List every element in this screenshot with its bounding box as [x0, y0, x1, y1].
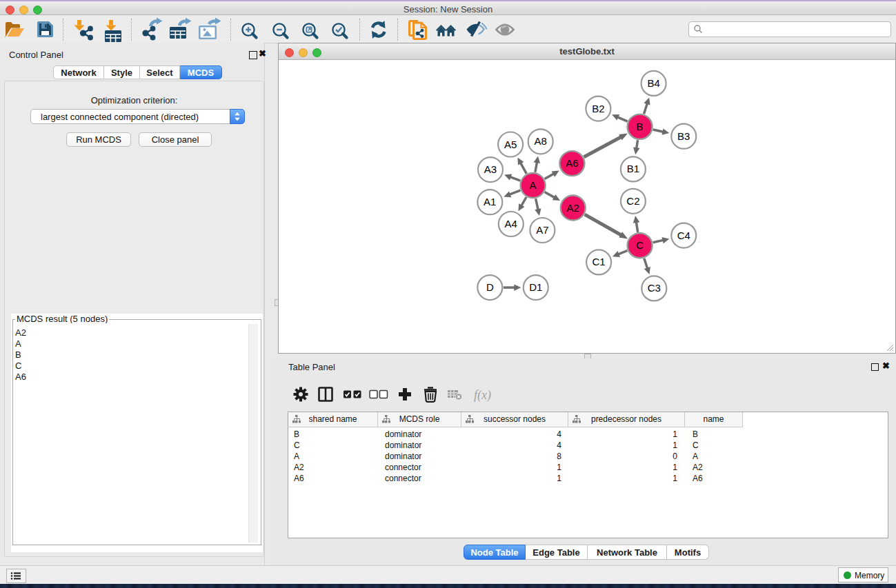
- svg-text:B3: B3: [677, 130, 690, 142]
- svg-text:B: B: [637, 121, 644, 132]
- svg-text:C1: C1: [593, 256, 606, 267]
- svg-text:A3: A3: [484, 163, 497, 175]
- svg-text:C3: C3: [648, 282, 661, 294]
- svg-text:D: D: [486, 281, 494, 293]
- svg-text:f(x): f(x): [474, 388, 491, 403]
- svg-text:A6: A6: [566, 157, 578, 169]
- svg-text:A1: A1: [484, 196, 496, 207]
- svg-text:A4: A4: [505, 218, 517, 230]
- svg-text:C4: C4: [677, 230, 690, 241]
- svg-text:B4: B4: [647, 77, 659, 89]
- svg-text:C: C: [636, 239, 644, 251]
- svg-text:B1: B1: [627, 163, 639, 174]
- svg-text:D1: D1: [529, 281, 542, 293]
- svg-text:A7: A7: [536, 224, 548, 236]
- svg-text:A5: A5: [504, 139, 517, 150]
- svg-text:C2: C2: [626, 195, 639, 207]
- svg-text:A8: A8: [535, 135, 547, 147]
- svg-text:A2: A2: [567, 202, 579, 214]
- svg-text:A: A: [530, 179, 537, 191]
- svg-text:B2: B2: [592, 103, 604, 114]
